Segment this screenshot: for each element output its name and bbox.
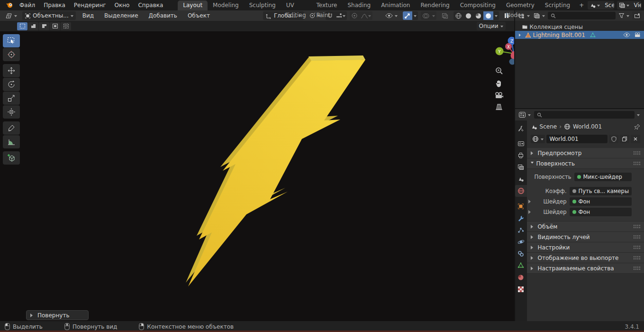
show-overlays-toggle[interactable] <box>421 11 431 20</box>
panel-settings[interactable]: Настройки <box>527 242 644 253</box>
show-gizmo-toggle[interactable] <box>403 11 412 20</box>
shader1-value-button[interactable]: Фон <box>570 197 632 206</box>
select-invert-button[interactable] <box>50 22 60 30</box>
shading-rendered-button[interactable] <box>483 11 493 20</box>
tab-view-layer[interactable] <box>515 161 527 173</box>
panel-volume[interactable]: Объём <box>527 221 644 232</box>
blender-logo-icon[interactable] <box>6 1 13 9</box>
expand-arrow-icon[interactable] <box>528 210 533 214</box>
object-row[interactable]: Lightning Bolt.001 <box>515 31 644 39</box>
viewlayer-name[interactable]: ViewLayer <box>631 2 641 9</box>
browse-world-button[interactable] <box>531 135 545 143</box>
menu-edit[interactable]: Правка <box>39 0 70 10</box>
properties-editor-type-button[interactable] <box>517 111 532 119</box>
tab-modifiers[interactable] <box>515 212 527 224</box>
menu-file[interactable]: Файл <box>15 0 39 10</box>
drag-dots-icon[interactable] <box>633 161 640 166</box>
select-extend-button[interactable] <box>28 22 38 30</box>
tab-render[interactable] <box>515 138 527 149</box>
snap-target-dropdown[interactable] <box>335 11 347 20</box>
tab-scene[interactable] <box>515 173 527 185</box>
expand-arrow-icon[interactable] <box>528 200 533 203</box>
tab-scripting[interactable]: Scripting <box>540 0 575 10</box>
viewport-canvas[interactable]: Z X Y <box>0 31 514 321</box>
menu-view[interactable]: Вид <box>79 10 98 21</box>
properties-options-chevron[interactable] <box>637 114 640 118</box>
disable-render-camera-icon[interactable] <box>634 32 641 37</box>
menu-help[interactable]: Справка <box>134 0 167 10</box>
options-dropdown[interactable]: Опции <box>477 22 506 30</box>
zoom-view-button[interactable] <box>495 66 503 75</box>
select-subtract-button[interactable] <box>39 22 49 30</box>
expand-icon[interactable] <box>519 34 522 37</box>
select-intersect-button[interactable] <box>61 22 71 30</box>
new-collection-button[interactable] <box>632 11 642 20</box>
breadcrumb-world[interactable]: World.001 <box>573 123 602 130</box>
tab-texture[interactable] <box>515 283 527 295</box>
viewlayer-browse-button[interactable] <box>617 1 631 9</box>
operator-panel[interactable]: Повернуть <box>26 310 89 320</box>
collection-row[interactable]: Коллекция сцены <box>515 23 644 31</box>
menu-render[interactable]: Рендеринг <box>70 0 110 10</box>
xray-toggle[interactable] <box>439 11 451 20</box>
drag-dots-icon[interactable] <box>633 266 640 270</box>
mode-dropdown[interactable]: Объектны... <box>22 11 76 20</box>
outliner-search-input[interactable] <box>548 12 616 19</box>
tab-layout[interactable]: Layout <box>178 0 208 10</box>
tab-rendering[interactable]: Rendering <box>415 0 454 10</box>
tab-geometry-nodes[interactable]: Geometry Nodes <box>501 0 540 10</box>
select-set-button[interactable] <box>17 22 27 30</box>
drag-dots-icon[interactable] <box>633 245 640 249</box>
gizmo-dropdown[interactable] <box>412 11 418 20</box>
tab-particles[interactable] <box>515 224 527 236</box>
editor-type-button[interactable] <box>3 11 19 20</box>
menu-add[interactable]: Добавить <box>145 10 181 21</box>
tab-world[interactable] <box>515 185 527 197</box>
proportional-edit-toggle[interactable] <box>350 11 359 20</box>
tab-material[interactable] <box>515 271 527 283</box>
drag-dots-icon[interactable] <box>633 151 640 155</box>
tab-object[interactable] <box>515 200 527 212</box>
tool-rotate[interactable] <box>3 78 20 91</box>
tool-measure[interactable] <box>3 135 20 148</box>
menu-window[interactable]: Окно <box>110 0 134 10</box>
panel-ray-visibility[interactable]: Видимость лучей <box>527 232 644 242</box>
tool-select-box[interactable] <box>3 34 20 47</box>
tab-sculpting[interactable]: Sculpting <box>244 0 281 10</box>
drag-dots-icon[interactable] <box>633 256 640 260</box>
tool-add-cube[interactable] <box>3 151 20 165</box>
hide-viewport-eye-icon[interactable] <box>623 32 630 37</box>
overlays-dropdown[interactable] <box>431 11 436 20</box>
scene-browse-button[interactable] <box>588 1 602 9</box>
camera-view-button[interactable] <box>495 92 504 99</box>
lightning-bolt-object[interactable] <box>0 31 514 321</box>
tool-move[interactable] <box>3 64 20 77</box>
panel-custom-properties[interactable]: Настраиваемые свойства <box>527 263 644 274</box>
pin-id-button[interactable] <box>634 124 640 130</box>
sidebar-toggle[interactable]: ‹ <box>509 38 511 44</box>
panel-preview[interactable]: Предпросмотр <box>527 148 644 158</box>
tab-constraints[interactable] <box>515 248 527 259</box>
shader2-value-button[interactable]: Фон <box>570 208 632 216</box>
drag-dots-icon[interactable] <box>633 235 640 239</box>
tab-compositing[interactable]: Compositing <box>455 0 501 10</box>
add-workspace-button[interactable]: + <box>575 0 588 10</box>
shading-material-button[interactable] <box>473 11 483 20</box>
menu-object[interactable]: Объект <box>184 10 214 21</box>
shading-wireframe-button[interactable] <box>454 11 463 20</box>
surface-shader-button[interactable]: Микс-шейдер <box>574 173 632 181</box>
tab-physics[interactable] <box>515 236 527 248</box>
panel-surface[interactable]: Поверхность <box>527 158 644 169</box>
drag-dots-icon[interactable] <box>633 224 640 229</box>
shading-solid-button[interactable] <box>463 11 473 20</box>
unlink-datablock-button[interactable] <box>631 135 640 143</box>
tab-modeling[interactable]: Modeling <box>208 0 244 10</box>
tab-output[interactable] <box>515 149 527 161</box>
orthographic-toggle-button[interactable] <box>495 103 503 111</box>
tab-tool[interactable] <box>515 122 527 134</box>
panel-viewport-display[interactable]: Отображение во вьюпорте <box>527 253 644 263</box>
tool-cursor[interactable] <box>3 48 20 61</box>
shading-dropdown[interactable] <box>493 11 499 20</box>
tool-transform[interactable] <box>3 105 20 119</box>
pan-view-button[interactable] <box>495 79 503 88</box>
